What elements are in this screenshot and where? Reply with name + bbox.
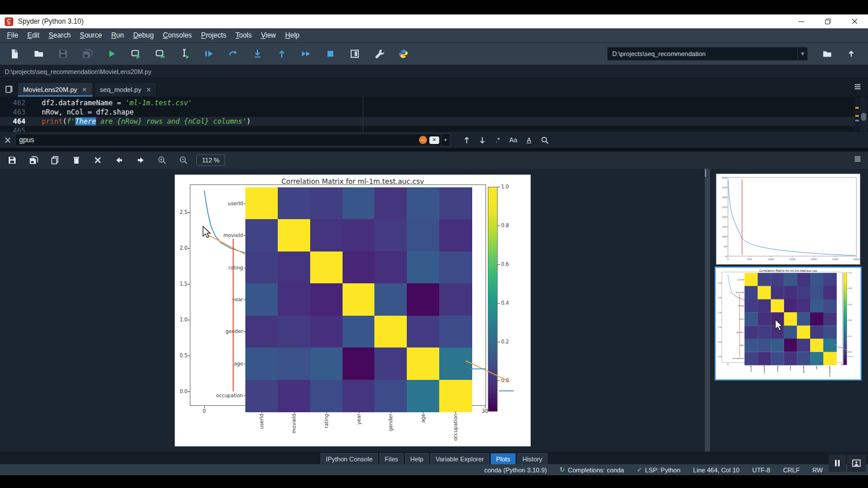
maximize-pane-button[interactable] <box>343 45 367 62</box>
menu-source[interactable]: Source <box>75 29 106 41</box>
copy-icon <box>50 156 60 165</box>
main-toolbar: D:\projects\seq_recommendation ▼ <box>0 43 868 65</box>
status-bar: conda (Python 3.10.9)↻Completions: conda… <box>0 464 868 475</box>
menu-run[interactable]: Run <box>106 29 128 41</box>
save-button[interactable] <box>51 45 75 62</box>
menu-help[interactable]: Help <box>281 29 304 41</box>
find-history-dropdown-icon[interactable]: ▼ <box>441 135 450 145</box>
heatmap-cell <box>757 326 771 339</box>
heatmap-cell <box>810 312 823 326</box>
editor-tab-movielens20m-py[interactable]: MovieLens20M.py✕ <box>17 82 93 97</box>
pane-tab-ipython-console[interactable]: IPython Console <box>321 453 378 464</box>
parent-directory-button[interactable] <box>839 45 863 62</box>
plot-thumbnail-line-chart[interactable]: 4003503002502001501005000500100015002000… <box>716 173 860 265</box>
debug-file-button[interactable] <box>197 45 221 62</box>
new-file-button[interactable] <box>2 45 27 62</box>
code-line-462[interactable]: 462df2.dataframeName = 'ml-1m.test.csv' <box>0 98 868 108</box>
heatmap-col-label: userId <box>750 366 752 380</box>
editor-options-icon[interactable] <box>853 82 862 94</box>
open-file-button[interactable] <box>27 45 51 62</box>
editor-tab-seq_model-py[interactable]: seq_model.py✕ <box>94 82 157 97</box>
whole-words-toggle[interactable]: A <box>521 134 536 146</box>
restore-button[interactable] <box>815 14 841 28</box>
heatmap-cell <box>823 339 837 352</box>
pane-tab-variable-explorer[interactable]: Variable Explorer <box>431 453 490 464</box>
run-cell-button[interactable] <box>124 45 148 62</box>
menu-debug[interactable]: Debug <box>128 29 158 41</box>
clear-search-icon[interactable]: ✕ <box>429 136 439 144</box>
pane-splitter[interactable] <box>705 169 710 452</box>
code-token: nRow, nCol = df2.shape <box>42 108 134 116</box>
spyder-logo-icon <box>5 17 13 26</box>
previous-plot-button[interactable] <box>108 153 130 168</box>
menu-view[interactable]: View <box>256 29 281 41</box>
fast-forward-button[interactable] <box>294 45 318 62</box>
copy-plot-button[interactable] <box>44 153 65 168</box>
pane-tab-plots[interactable]: Plots <box>491 453 515 464</box>
menu-tools[interactable]: Tools <box>231 29 256 41</box>
svg-text:50: 50 <box>723 245 727 248</box>
overlay-lines <box>175 175 531 446</box>
screenshot-button[interactable] <box>847 454 866 472</box>
run-cell-advance-button[interactable] <box>148 45 172 62</box>
working-directory-value: D:\projects\seq_recommendation <box>608 50 797 57</box>
find-close-icon[interactable] <box>0 137 15 143</box>
find-field[interactable]: − ✕ ▼ <box>15 134 450 146</box>
pause-button[interactable] <box>829 454 846 472</box>
code-editor[interactable]: 462df2.dataframeName = 'ml-1m.test.csv'4… <box>0 97 868 132</box>
pane-tab-help[interactable]: Help <box>405 453 429 464</box>
working-directory-combo[interactable]: D:\projects\seq_recommendation ▼ <box>607 47 808 61</box>
menu-file[interactable]: File <box>2 29 23 41</box>
run-button[interactable] <box>100 45 124 62</box>
close-all-plots-button[interactable] <box>87 153 108 168</box>
preferences-button[interactable] <box>367 45 391 62</box>
close-button[interactable] <box>841 14 868 28</box>
code-line-465[interactable]: 465 <box>0 126 868 132</box>
step-return-button[interactable] <box>270 45 294 62</box>
menu-edit[interactable]: Edit <box>23 29 44 41</box>
zoom-in-button[interactable] <box>151 153 172 168</box>
svg-text:0: 0 <box>725 255 727 258</box>
browse-directory-button[interactable] <box>815 45 839 62</box>
remove-plot-button[interactable] <box>65 153 87 168</box>
minimize-button[interactable] <box>788 14 815 28</box>
save-all-button[interactable] <box>75 45 100 62</box>
code-line-464[interactable]: 464print(f'There are {nRow} rows and {nC… <box>0 117 868 126</box>
stop-debugging-button[interactable] <box>318 45 343 62</box>
search-in-files[interactable] <box>537 134 552 146</box>
browse-tabs-icon[interactable] <box>0 82 17 97</box>
chevron-down-icon[interactable]: ▼ <box>797 47 807 60</box>
menu-consoles[interactable]: Consoles <box>159 29 197 41</box>
tab-label: seq_model.py <box>100 86 142 93</box>
tab-close-icon[interactable]: ✕ <box>82 86 87 94</box>
warning-marker <box>855 107 859 109</box>
python-env-button[interactable] <box>391 45 415 62</box>
plots-options-icon[interactable] <box>853 154 862 166</box>
editor-scrollbar-thumb[interactable] <box>861 113 866 121</box>
heatmap-cell <box>745 286 758 300</box>
zoom-out-button[interactable] <box>172 153 194 168</box>
save-plot-button[interactable] <box>1 153 23 168</box>
menu-projects[interactable]: Projects <box>197 29 231 41</box>
heatmap-cell <box>784 312 797 326</box>
plot-thumbnail-correlation-matrix-selected[interactable]: Correlation Matrix for ml-1m.test.auc.cs… <box>715 267 862 380</box>
step-into-button[interactable] <box>245 45 270 62</box>
menu-search[interactable]: Search <box>44 29 75 41</box>
continue-execution-button[interactable] <box>221 45 245 62</box>
run-selection-button[interactable] <box>172 45 197 62</box>
next-plot-button[interactable] <box>130 153 151 168</box>
heatmap-cell <box>771 352 784 365</box>
pane-tab-history[interactable]: History <box>517 453 547 464</box>
heatmap-cell <box>784 352 797 365</box>
find-next[interactable] <box>475 134 490 146</box>
pane-tab-files[interactable]: Files <box>380 453 403 464</box>
find-input[interactable] <box>16 136 419 144</box>
save-all-plots-button[interactable] <box>23 153 44 168</box>
tab-close-icon[interactable]: ✕ <box>146 86 151 94</box>
code-line-463[interactable]: 463nRow, nCol = df2.shape <box>0 108 868 117</box>
find-previous[interactable] <box>459 134 474 146</box>
regex-toggle[interactable]: .* <box>490 134 505 146</box>
editor-tab-bar: MovieLens20M.py✕seq_model.py✕ <box>0 79 868 97</box>
case-sensitive-toggle[interactable]: Aa <box>506 134 521 146</box>
warning-marker <box>855 115 859 117</box>
